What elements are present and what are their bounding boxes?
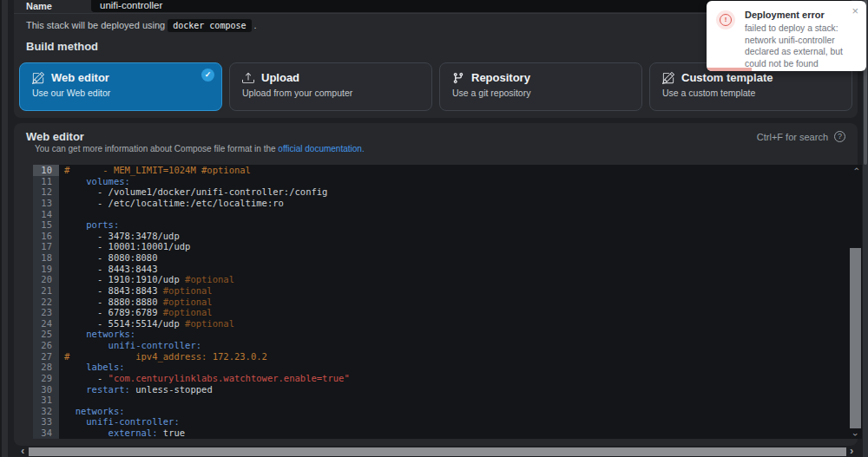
line-number: 13 [33,198,59,209]
code-line[interactable]: 16 - 3478:3478/udp [33,231,862,242]
code-line[interactable]: 27# ipv4_address: 172.23.0.2 [33,351,862,362]
deploy-info-suffix: . [254,20,257,30]
code-line[interactable]: 34 external: true [33,428,862,439]
scroll-left-icon[interactable]: ‹ [21,446,24,456]
code-text: - 8843:8843 #optional [59,285,213,297]
sidebar-edge [0,0,8,457]
close-icon[interactable]: × [852,4,858,17]
editor-scroll-thumb[interactable] [850,248,861,428]
code-text: # ipv4_address: 172.23.0.2 [59,351,267,362]
code-line[interactable]: 28 labels: [33,362,862,373]
card-repository-title: Repository [471,71,530,84]
line-number: 33 [33,416,59,428]
compose-code-editor[interactable]: 10# - MEM_LIMIT=1024M #optional11 volume… [33,165,862,439]
line-number: 11 [33,176,59,187]
code-text: - 8443:8443 [59,264,157,275]
toast-progress-bar [707,68,752,71]
code-text: - 10001:10001/udp [59,241,190,252]
build-method-heading: Build method [26,40,98,53]
help-icon[interactable]: ? [834,131,845,142]
code-line[interactable]: 13 - /etc/localtime:/etc/localtime:ro [33,198,862,209]
code-line[interactable]: 29 - "com.centurylinklabs.watchtower.ena… [33,373,862,384]
stack-create-page: Name This stack will be deployed usingdo… [0,0,868,457]
line-number: 20 [33,274,59,285]
code-line[interactable]: 10# - MEM_LIMIT=1024M #optional [33,165,862,176]
code-line[interactable]: 31 [33,395,862,406]
web-editor-header: Web editor Ctrl+F for search ? [26,128,845,144]
code-text: - 6789:6789 #optional [59,307,213,318]
official-documentation-link[interactable]: official documentation. [278,144,364,153]
editor-vertical-scrollbar[interactable]: › › [849,165,862,439]
code-line[interactable]: 30 restart: unless-stopped [33,384,862,395]
code-text: external: true [59,428,185,439]
card-repository[interactable]: Repository Use a git repository [439,62,642,111]
line-number: 14 [33,209,59,220]
code-line[interactable]: 26 unifi-controller: [33,340,862,351]
web-editor-title: Web editor [26,130,84,143]
deploy-info-prefix: This stack will be deployed using [26,20,165,30]
horizontal-scroll-thumb[interactable] [29,447,846,456]
line-number: 23 [33,307,59,318]
page-horizontal-scrollbar[interactable]: ‹ › [0,446,868,457]
code-text: labels: [59,362,125,373]
code-text: # - MEM_LIMIT=1024M #optional [59,165,251,176]
line-number: 21 [33,285,59,297]
search-hint: Ctrl+F for search [757,132,828,142]
code-line[interactable]: 19 - 8443:8443 [33,264,862,275]
code-line[interactable]: 20 - 1910:1910/udp #optional [33,274,862,285]
toast-message: failed to deploy a stack: network unifi-… [745,23,859,69]
deployment-error-toast[interactable]: ! Deployment error × failed to deploy a … [707,1,866,71]
scroll-down-icon[interactable]: › [852,428,860,440]
code-text: - 8880:8880 #optional [59,297,213,308]
code-line[interactable]: 11 volumes: [33,176,862,187]
code-text [59,209,64,220]
code-line[interactable]: 17 - 10001:10001/udp [33,241,862,252]
code-line[interactable]: 23 - 6789:6789 #optional [33,307,862,318]
scroll-right-icon[interactable]: › [850,446,853,456]
line-number: 19 [33,264,59,275]
code-text: - 8080:8080 [59,252,157,264]
code-line[interactable]: 22 - 8880:8880 #optional [33,297,862,308]
line-number: 30 [33,384,59,395]
code-text: - 5514:5514/udp #optional [59,318,234,330]
line-number: 26 [33,340,59,351]
line-number: 12 [33,186,59,198]
code-line[interactable]: 15 ports: [33,219,862,231]
code-text: - "com.centurylinklabs.watchtower.enable… [59,373,350,384]
web-editor-widget: Web editor Ctrl+F for search ? You can g… [14,123,858,446]
code-line[interactable]: 24 - 5514:5514/udp #optional [33,318,862,330]
error-icon: ! [716,10,735,29]
line-number: 32 [33,406,59,417]
code-line[interactable]: 18 - 8080:8080 [33,252,862,264]
line-number: 25 [33,329,59,340]
stack-name-label: Name [26,1,52,11]
line-number: 28 [33,362,59,373]
line-number: 27 [33,351,59,362]
git-branch-icon [452,72,464,84]
card-web-editor[interactable]: Web editor Use our Web editor ✓ [19,62,222,111]
card-upload[interactable]: Upload Upload from your computer [229,62,432,111]
scroll-up-icon[interactable]: › [852,165,860,176]
code-text: volumes: [59,176,130,187]
toast-title: Deployment error [745,10,825,20]
code-text: - /etc/localtime:/etc/localtime:ro [59,198,284,209]
code-line[interactable]: 32 networks: [33,406,862,417]
line-number: 29 [33,373,59,384]
code-line[interactable]: 12 - /volume1/docker/unifi-controller:/c… [33,186,862,198]
line-number: 22 [33,297,59,308]
code-line[interactable]: 33 unifi-controller: [33,416,862,428]
pencil-square-icon [662,72,674,84]
code-text: - 3478:3478/udp [59,231,180,242]
compose-info-prefix: You can get more information about Compo… [35,144,278,153]
code-line[interactable]: 21 - 8843:8843 #optional [33,285,862,297]
code-line[interactable]: 25 networks: [33,329,862,340]
card-upload-title: Upload [261,71,299,84]
code-line[interactable]: 14 [33,209,862,220]
code-text: ports: [59,219,119,231]
code-text [59,395,64,406]
pencil-square-icon [32,72,44,84]
line-number: 16 [33,231,59,242]
upload-icon [242,72,254,84]
code-text: - /volume1/docker/unifi-controller:/conf… [59,186,327,198]
card-repository-subtitle: Use a git repository [452,88,629,98]
